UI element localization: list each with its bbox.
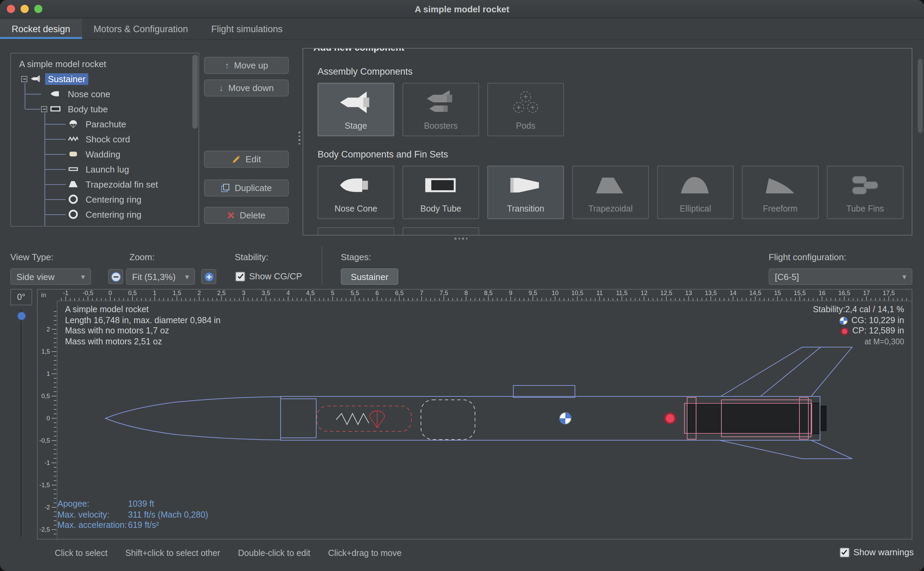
svg-text:7: 7 (420, 290, 424, 296)
centering-ring-icon (68, 194, 79, 205)
svg-text:4: 4 (286, 290, 290, 296)
component-tile-partial[interactable] (317, 227, 394, 236)
svg-text:6,5: 6,5 (395, 290, 403, 296)
edit-button[interactable]: Edit (204, 151, 289, 168)
flight-config-select[interactable]: [C6-5] ▾ (768, 269, 912, 285)
boosters-icon (423, 90, 459, 117)
tree-item-wadding[interactable]: Wadding (11, 147, 199, 162)
parachute-shape[interactable] (317, 406, 411, 431)
tree-item-label: Sustainer (45, 73, 88, 85)
delete-button[interactable]: Delete (204, 207, 289, 224)
tree-item-inner-tube[interactable]: Inner Tube (11, 222, 199, 227)
vertical-splitter-grip[interactable] (299, 131, 300, 145)
zoom-out-button[interactable] (108, 269, 123, 284)
svg-text:-1: -1 (63, 290, 68, 296)
collapse-handle-icon[interactable] (59, 226, 65, 227)
svg-text:1,5: 1,5 (42, 348, 50, 355)
rocket-canvas[interactable]: -1-0,500,511,522,533,544,555,566,577,588… (37, 289, 912, 540)
tree-item-shock-cord[interactable]: Shock cord (11, 131, 199, 147)
status-bar: Click to selectShift+click to select oth… (0, 540, 924, 571)
view-type-value: Side view (17, 272, 54, 282)
component-tile-boosters[interactable]: Boosters (402, 83, 479, 136)
panel-scrollbar-thumb[interactable] (918, 59, 922, 133)
tab-flight-simulations[interactable]: Flight simulations (200, 19, 294, 39)
component-tile-nose-cone[interactable]: Nose Cone (317, 166, 394, 219)
horizontal-ruler-labels: -1-0,500,511,522,533,544,555,566,577,588… (63, 290, 895, 296)
tree-scrollbar-thumb[interactable] (192, 55, 198, 129)
velocity-value: 311 ft/s (Mach 0,280) (128, 510, 208, 519)
stage-toggle-sustainer[interactable]: Sustainer (341, 269, 398, 285)
close-button[interactable] (7, 5, 15, 13)
rotation-slider-knob[interactable] (17, 312, 26, 320)
component-tile-freeform[interactable]: Freeform (742, 166, 819, 219)
minimize-button[interactable] (20, 5, 29, 13)
svg-text:10,5: 10,5 (571, 290, 583, 296)
body-tube-icon (423, 173, 459, 200)
horizontal-ruler (61, 296, 907, 301)
body-components-header: Body Components and Fin Sets (317, 149, 448, 159)
zoom-select[interactable]: Fit (51,3%) ▾ (126, 269, 195, 285)
tree-item-label: Shock cord (83, 133, 133, 145)
vertical-ruler-labels: -2,5-2-1,5-1-0,500,511,52 (39, 326, 50, 533)
shock-cord-shape[interactable] (336, 414, 369, 424)
component-tile-body-tube[interactable]: Body Tube (402, 166, 479, 219)
svg-text:10: 10 (552, 290, 559, 296)
tree-item-centering-ring[interactable]: Centering ring (11, 207, 199, 222)
assembly-components-header: Assembly Components (317, 66, 413, 77)
rotation-slider-track[interactable] (20, 309, 23, 537)
tree-item-a-simple-model-rocket[interactable]: A simple model rocket (11, 56, 199, 71)
wadding-shape[interactable] (421, 400, 475, 440)
fin-lower-shape[interactable] (719, 440, 852, 459)
tab-motors-configuration[interactable]: Motors & Configuration (82, 19, 200, 39)
svg-text:13: 13 (685, 290, 692, 296)
zoom-button[interactable] (34, 5, 42, 13)
component-tile-transition[interactable]: Transition (487, 166, 564, 219)
tree-item-nose-cone[interactable]: Nose cone (11, 86, 199, 101)
collapse-handle-icon[interactable] (41, 106, 47, 112)
move-down-button[interactable]: ↓ Move down (204, 79, 289, 97)
svg-text:13,5: 13,5 (705, 290, 717, 296)
component-tile-stage[interactable]: Stage (317, 83, 394, 136)
fin-upper-shape[interactable] (721, 347, 852, 397)
tree-item-label: Centering ring (83, 208, 144, 220)
move-up-button[interactable]: ↑ Move up (204, 57, 289, 74)
component-tile-label: Pods (516, 121, 536, 131)
show-cgcp-checkbox[interactable]: Show CG/CP (236, 271, 302, 281)
tree-item-launch-lug[interactable]: Launch lug (11, 162, 199, 177)
stability-text: Stability:2,4 cal / 14,1 % (813, 305, 904, 315)
svg-text:0,5: 0,5 (42, 393, 50, 400)
parachute-glyph (370, 411, 385, 428)
cg-marker (559, 412, 571, 424)
show-warnings-checkbox[interactable]: Show warnings (840, 547, 914, 557)
tree-item-body-tube[interactable]: Body tube (11, 101, 199, 116)
duplicate-button[interactable]: Duplicate (204, 179, 289, 196)
tree-item-sustainer[interactable]: Sustainer (11, 71, 199, 86)
toolbar-separator (322, 247, 322, 285)
tab-rocket-design[interactable]: Rocket design (0, 19, 82, 39)
tree-item-label: Parachute (83, 118, 129, 130)
nose-shoulder-shape[interactable] (280, 399, 316, 438)
cg-text: CG: 10,229 in (852, 315, 904, 326)
horizontal-splitter-grip[interactable] (454, 238, 468, 239)
view-type-select[interactable]: Side view ▾ (10, 269, 91, 285)
chevron-down-icon: ▾ (897, 272, 906, 281)
svg-text:8: 8 (464, 290, 468, 296)
component-tree[interactable]: A simple model rocketSustainerNose coneB… (10, 53, 199, 227)
component-tile-label: Stage (345, 121, 367, 131)
component-tile-trapezoidal[interactable]: Trapezoidal (572, 166, 649, 219)
component-tile-partial[interactable] (402, 227, 479, 236)
component-tile-elliptical[interactable]: Elliptical (657, 166, 734, 219)
tree-item-centering-ring[interactable]: Centering ring (11, 192, 199, 207)
launch-lug-shape[interactable] (513, 386, 575, 397)
component-tile-label: Tube Fins (846, 204, 884, 214)
component-tile-pods[interactable]: Pods (487, 83, 564, 136)
zoom-label: Zoom: (129, 252, 155, 262)
tree-item-trapezoidal-fin-set[interactable]: Trapezoidal fin set (11, 177, 199, 192)
nose-cone-shape[interactable] (105, 397, 280, 440)
motor-shape[interactable] (688, 403, 820, 434)
tree-item-label: Trapezoidal fin set (83, 178, 161, 190)
tree-item-parachute[interactable]: Parachute (11, 116, 199, 131)
component-tile-tube-fins[interactable]: Tube Fins (827, 166, 904, 219)
collapse-handle-icon[interactable] (21, 76, 28, 82)
zoom-in-button[interactable] (201, 269, 216, 284)
